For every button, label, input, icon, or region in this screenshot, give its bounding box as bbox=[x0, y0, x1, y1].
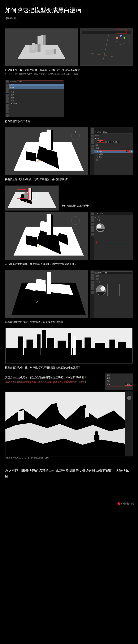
step3-caption: 接着依次选择光照-平展，选项-开启阴影，并把数字调成1 bbox=[5, 178, 133, 182]
screenshot-step3-panel: 渲染引擎工作台 ▸ 采样 ▾ 光照 平展 Studio MatCap ▸ 颜色 … bbox=[90, 127, 133, 176]
svg-marker-5 bbox=[38, 44, 40, 52]
svg-rect-16 bbox=[128, 35, 130, 38]
svg-rect-77 bbox=[118, 342, 126, 355]
svg-point-58 bbox=[31, 288, 37, 291]
dropdown-option-eevee[interactable]: Eevee bbox=[9, 84, 64, 86]
footer: @哆啦小熊 bbox=[0, 499, 138, 509]
svg-rect-89 bbox=[95, 434, 98, 442]
svg-rect-54 bbox=[46, 272, 51, 294]
screenshot-artwork bbox=[5, 392, 133, 456]
svg-rect-18 bbox=[128, 42, 130, 44]
svg-marker-93 bbox=[18, 410, 24, 421]
svg-marker-44 bbox=[51, 214, 53, 235]
svg-rect-43 bbox=[46, 214, 51, 235]
svg-point-95 bbox=[127, 396, 131, 400]
screenshot-step2-panel: 渲染引擎 工作台 Eevee 工作台 ▸ 采样 ▸ 选项 ▸ 胶片 ▸ 简化 ▸… bbox=[5, 80, 64, 117]
step2-caption: 把渲染引擎改成工作台 bbox=[5, 120, 133, 124]
svg-rect-72 bbox=[73, 336, 76, 355]
svg-rect-67 bbox=[37, 334, 41, 355]
artwork-credit: [ 效果参考 WANDERER BY DANIEL BYSTEDT ] bbox=[5, 456, 133, 459]
page-title: 如何快速把模型变成黑白漫画 bbox=[5, 6, 133, 14]
svg-point-23 bbox=[75, 131, 76, 133]
svg-rect-7 bbox=[32, 43, 35, 50]
screenshot-step5-panel: 选项 工作台 ▾ 光照 平展 旋转0° 阴影焦点 1 bbox=[90, 212, 133, 260]
screenshot-step4-crop bbox=[5, 186, 59, 210]
step8-note: [ 注意：因置换贴图需着色器体现，但EEVEE渲染才支持置换，所以需额外做个小步… bbox=[5, 380, 103, 383]
footer-author: @哆啦小熊 bbox=[121, 502, 134, 506]
conclusion-text: 总之可以用来做快速的练习黑白构成或光照阴影等，做绘画辅助很有帮助，大家快试试！ bbox=[5, 468, 133, 480]
svg-rect-75 bbox=[95, 343, 105, 355]
svg-point-15 bbox=[116, 37, 118, 39]
step7-caption: 模型多复制几个，这个时候已经可以调整摄像机角度做快速的效果了 bbox=[5, 366, 133, 370]
svg-rect-69 bbox=[47, 338, 54, 355]
svg-rect-71 bbox=[68, 334, 71, 355]
svg-marker-9 bbox=[54, 48, 56, 54]
svg-point-31 bbox=[38, 160, 38, 161]
svg-point-90 bbox=[95, 431, 98, 434]
svg-rect-91 bbox=[94, 435, 95, 440]
svg-marker-28 bbox=[51, 130, 53, 150]
step1-caption: 启动BLENDER，先任意新建一些基本几何体，右上角选择渲染模式 bbox=[5, 68, 133, 72]
author-handle: @哆啦小熊 bbox=[5, 17, 133, 20]
svg-rect-79 bbox=[41, 334, 41, 355]
svg-rect-17 bbox=[128, 38, 130, 41]
screenshot-step7-wide bbox=[5, 328, 133, 364]
svg-rect-65 bbox=[18, 336, 23, 355]
svg-marker-3 bbox=[44, 34, 46, 45]
step6-caption: 鼠标左键按住红框球不放并拖动，即可改变光照方向 bbox=[5, 320, 133, 324]
svg-rect-82 bbox=[125, 392, 132, 456]
svg-point-13 bbox=[120, 34, 122, 37]
svg-rect-73 bbox=[76, 340, 82, 355]
screenshot-step5-viewport bbox=[5, 212, 88, 260]
svg-rect-10 bbox=[80, 29, 133, 65]
svg-rect-76 bbox=[110, 340, 115, 355]
svg-rect-74 bbox=[84, 338, 91, 355]
step5-caption: 点击阴影后面的齿轮，将阴影焦点改成1，这时的效果就很干净了 bbox=[5, 262, 133, 266]
step4-caption: 此时发现过渡效果不理想 bbox=[61, 204, 133, 208]
svg-rect-70 bbox=[58, 340, 66, 355]
screenshot-step3-viewport bbox=[5, 127, 88, 176]
weibo-icon bbox=[118, 502, 120, 505]
gear-icon[interactable]: ⚙ bbox=[130, 150, 132, 152]
screenshot-step1-right bbox=[80, 28, 133, 66]
svg-marker-94 bbox=[85, 407, 89, 418]
screenshot-step6-panel: 渲染引擎工作台 ▸ 采样 ▾ 光照 平展 ▸ 颜色 ▸ 选项 ▸ 胶片 bbox=[90, 270, 133, 318]
svg-marker-8 bbox=[46, 49, 54, 55]
svg-rect-27 bbox=[46, 130, 51, 150]
step1-note: [ 一般默认渲染引擎是EEVEE，该时方可渲染模式是实时所以能直接看这个效果 ] bbox=[5, 73, 133, 76]
svg-point-61 bbox=[100, 286, 105, 291]
screenshot-step6-viewport bbox=[5, 270, 88, 318]
screenshot-step1-left bbox=[5, 28, 78, 66]
step8-caption: 实现方法就这么简单，配合置换贴图便可以光速的变出N种光影N种构图！ bbox=[5, 376, 103, 380]
displacement-dropdown[interactable]: 仅置换 bbox=[125, 383, 132, 386]
svg-marker-55 bbox=[46, 272, 46, 294]
svg-rect-68 bbox=[42, 330, 46, 355]
screenshot-step8-panel: ▸ 体积 ▾ 设置 表面 置换 仅置换 bbox=[105, 374, 133, 390]
svg-point-14 bbox=[124, 37, 126, 39]
render-engine-dropdown[interactable]: 工作台 bbox=[16, 80, 63, 83]
svg-rect-78 bbox=[23, 336, 24, 355]
dropdown-option-workbench[interactable]: 工作台 bbox=[9, 86, 64, 89]
render-engine-label: 渲染引擎 bbox=[10, 81, 16, 83]
svg-rect-80 bbox=[71, 334, 72, 355]
svg-marker-1 bbox=[18, 45, 66, 59]
svg-rect-66 bbox=[26, 340, 33, 355]
svg-rect-92 bbox=[98, 435, 100, 440]
svg-point-50 bbox=[97, 224, 101, 228]
